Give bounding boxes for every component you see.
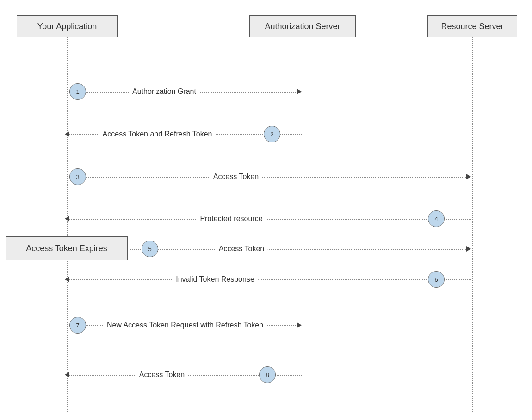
arrowhead-icon: [65, 277, 69, 282]
arrowhead-icon: [297, 89, 302, 94]
lifeline-app: [67, 37, 68, 412]
msg-line: [69, 219, 471, 220]
step-circle-1: 1: [69, 83, 86, 100]
step-number: 4: [434, 216, 438, 222]
step-number: 7: [76, 322, 79, 329]
lifeline-auth: [303, 37, 303, 412]
arrowhead-icon: [466, 246, 471, 252]
step-circle-4: 4: [428, 210, 445, 227]
arrowhead-icon: [65, 372, 69, 377]
actor-label: Authorization Server: [265, 22, 340, 31]
note-label: Access Token Expires: [26, 244, 107, 253]
msg-label-8: Access Token: [136, 371, 188, 379]
msg-label-7: New Access Token Request with Refresh To…: [103, 321, 267, 329]
msg-label-6: Invalid Token Response: [172, 275, 258, 284]
note-access-token-expires: Access Token Expires: [6, 236, 128, 260]
step-circle-3: 3: [69, 168, 86, 185]
arrowhead-icon: [466, 174, 471, 179]
step-circle-5: 5: [142, 241, 158, 257]
arrowhead-icon: [297, 322, 302, 328]
msg-label-4: Protected resource: [196, 215, 266, 223]
msg-label-1: Authorization Grant: [129, 87, 200, 96]
msg-line: [69, 279, 471, 280]
sequence-diagram: Your Application Authorization Server Re…: [0, 0, 532, 420]
step-number: 3: [76, 173, 79, 180]
msg-line: [130, 249, 468, 250]
step-circle-2: 2: [264, 126, 280, 142]
step-number: 8: [266, 371, 269, 378]
lifeline-res: [472, 37, 473, 412]
step-circle-8: 8: [259, 366, 276, 383]
msg-label-2: Access Token and Refresh Token: [99, 130, 216, 138]
step-number: 1: [76, 88, 79, 95]
actor-label: Resource Server: [441, 22, 503, 31]
msg-label-3: Access Token: [210, 173, 262, 181]
step-number: 2: [270, 131, 273, 138]
actor-resource-server: Resource Server: [427, 15, 517, 37]
arrowhead-icon: [65, 216, 69, 222]
msg-line: [68, 177, 468, 178]
step-number: 5: [148, 246, 151, 253]
arrowhead-icon: [65, 131, 69, 137]
actor-label: Your Application: [37, 22, 97, 31]
msg-label-5: Access Token: [215, 245, 268, 253]
step-number: 6: [434, 276, 438, 283]
actor-your-application: Your Application: [17, 15, 118, 37]
actor-authorization-server: Authorization Server: [249, 15, 356, 37]
step-circle-7: 7: [69, 317, 86, 334]
step-circle-6: 6: [428, 271, 445, 288]
